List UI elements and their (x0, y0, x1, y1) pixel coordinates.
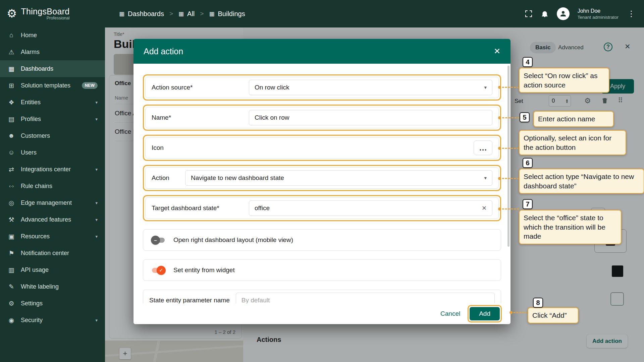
notification-icon: ⚑ (7, 249, 15, 257)
action-type-select[interactable]: Navigate to new dashboard state ▾ (185, 170, 492, 186)
tutorial-callout: Click “Add” (528, 307, 579, 323)
breadcrumb-all[interactable]: ▦All (178, 10, 195, 18)
dialog-body: Action source* On row click ▾ Name* Clic… (133, 64, 511, 324)
step-number-badge: 7 (523, 199, 533, 209)
name-input[interactable]: Click on row (249, 110, 492, 125)
sidebar: ⚙ ThingsBoard Professional ⌂Home ⚠Alarms… (0, 0, 105, 362)
user-role: Tenant administrator (578, 15, 619, 20)
sidebar-item-integrations-center[interactable]: ⇄Integrations center▾ (0, 161, 105, 178)
sidebar-item-advanced-features[interactable]: ⚒Advanced features▾ (0, 211, 105, 228)
fullscreen-icon[interactable] (525, 10, 533, 18)
sidebar-item-entities[interactable]: ❖Entities▾ (0, 94, 105, 111)
sidebar-item-label: Profiles (21, 116, 41, 123)
sidebar-item-dashboards[interactable]: ▦Dashboards (0, 60, 105, 77)
dashboards-icon: ▦ (7, 65, 15, 73)
sidebar-item-label: Notification center (21, 250, 69, 257)
sidebar-item-label: Users (21, 149, 37, 156)
sidebar-item-label: Home (21, 32, 37, 39)
advanced-features-icon: ⚒ (7, 216, 15, 224)
chevron-down-icon: ▾ (484, 84, 487, 90)
sidebar-item-customers[interactable]: ☻Customers (0, 127, 105, 144)
highlight-name: Name* Click on row (143, 105, 501, 131)
sidebar-item-edge-management[interactable]: ◎Edge management▾ (0, 194, 105, 211)
target-state-select[interactable]: office ✕ (249, 200, 492, 216)
sidebar-item-label: Dashboards (21, 65, 53, 72)
more-horiz-icon: … (479, 143, 487, 153)
sidebar-item-label: Security (21, 317, 43, 324)
action-source-value: On row click (255, 84, 289, 91)
icon-picker-button[interactable]: … (474, 140, 492, 155)
sidebar-item-notification-center[interactable]: ⚑Notification center (0, 245, 105, 261)
entities-icon: ❖ (7, 99, 15, 106)
thingsboard-logo[interactable]: ⚙ ThingsBoard Professional (0, 0, 105, 27)
set-entity-toggle[interactable]: ✓ (152, 268, 165, 273)
tutorial-callout: Select the “office” state to which the t… (519, 210, 622, 244)
brand-sub: Professional (21, 16, 69, 20)
customers-icon: ☻ (7, 132, 15, 139)
breadcrumb-dashboards[interactable]: ▦Dashboards (119, 10, 164, 18)
sidebar-item-home[interactable]: ⌂Home (0, 27, 105, 44)
sidebar-item-solution-templates[interactable]: ⊞Solution templatesNEW (0, 77, 105, 94)
set-entity-row: ✓ Set entity from widget (143, 259, 501, 281)
sidebar-item-alarms[interactable]: ⚠Alarms (0, 44, 105, 60)
highlight-action-type: Action Navigate to new dashboard state ▾ (143, 165, 501, 191)
sidebar-item-api-usage[interactable]: ▥API usage (0, 261, 105, 278)
sidebar-item-settings[interactable]: ⚙Settings (0, 295, 105, 312)
security-icon: ◉ (7, 316, 15, 324)
solution-templates-icon: ⊞ (7, 82, 15, 89)
target-state-label: Target dashboard state* (152, 204, 243, 212)
sidebar-item-security[interactable]: ◉Security▾ (0, 312, 105, 328)
chevron-down-icon: ▾ (95, 117, 98, 122)
clear-icon[interactable]: ✕ (482, 204, 487, 212)
add-button[interactable]: Add (470, 307, 500, 320)
sidebar-item-rule-chains[interactable]: ‹·›Rule chains (0, 178, 105, 194)
add-action-dialog: Add action ✕ Action source* On row click… (133, 39, 511, 324)
sidebar-item-profiles[interactable]: ▤Profiles▾ (0, 111, 105, 127)
sidebar-item-label: Customers (21, 132, 50, 139)
breadcrumb-buildings[interactable]: ▦Buildings (209, 10, 245, 18)
brand-name: ThingsBoard (21, 7, 69, 16)
state-param-placeholder: By default (241, 297, 270, 304)
dialog-scrollbar[interactable] (507, 66, 509, 247)
highlight-action-source: Action source* On row click ▾ (143, 74, 501, 101)
sidebar-item-label: Resources (21, 233, 50, 240)
sidebar-item-label: Edge management (21, 199, 72, 206)
mobile-layout-row: – Open right dashboard layout (mobile vi… (143, 229, 501, 251)
minus-icon: – (151, 236, 160, 245)
tutorial-callout: Optionally, select an icon for the actio… (519, 130, 626, 155)
sidebar-item-white-labeling[interactable]: ✎White labeling (0, 278, 105, 295)
cancel-button[interactable]: Cancel (440, 310, 460, 317)
action-source-select[interactable]: On row click ▾ (249, 80, 492, 95)
crumb-separator-icon: > (200, 10, 204, 17)
breadcrumb-icon: ▦ (178, 10, 184, 17)
breadcrumb: ▦Dashboards > ▦All > ▦Buildings (105, 10, 245, 18)
mobile-layout-label: Open right dashboard layout (mobile view… (173, 236, 293, 244)
step-number-badge: 4 (523, 57, 533, 67)
vert-dots-icon[interactable]: ⋮ (627, 9, 635, 18)
breadcrumb-icon: ▦ (119, 10, 124, 17)
connector-line (499, 178, 519, 179)
mobile-layout-toggle[interactable]: – (152, 238, 165, 243)
connector-line (499, 117, 520, 118)
chevron-down-icon: ▾ (95, 234, 98, 239)
sidebar-item-label: Integrations center (21, 166, 71, 173)
chevron-down-icon: ▾ (95, 167, 98, 172)
avatar[interactable] (557, 7, 570, 20)
dialog-title: Add action (144, 47, 183, 56)
profiles-icon: ▤ (7, 115, 15, 123)
notifications-bell-icon[interactable] (541, 10, 549, 18)
sidebar-item-label: White labeling (21, 283, 59, 290)
breadcrumb-label: Buildings (218, 10, 245, 18)
chevron-down-icon: ▾ (95, 200, 98, 205)
tutorial-callout: Select action type “Navigate to new dash… (519, 169, 644, 194)
sidebar-item-label: Advanced features (21, 216, 71, 223)
tutorial-callout: Select “On row click” as action source (519, 68, 609, 93)
logo-gear-icon: ⚙ (7, 7, 17, 20)
top-bar: ▦Dashboards > ▦All > ▦Buildings John Doe… (105, 0, 644, 27)
sidebar-item-label: Settings (21, 300, 43, 307)
sidebar-item-resources[interactable]: ▣Resources▾ (0, 228, 105, 245)
close-icon[interactable]: ✕ (494, 47, 500, 56)
breadcrumb-label: Dashboards (128, 10, 164, 18)
settings-icon: ⚙ (7, 300, 15, 307)
sidebar-item-users[interactable]: ☺Users (0, 144, 105, 161)
